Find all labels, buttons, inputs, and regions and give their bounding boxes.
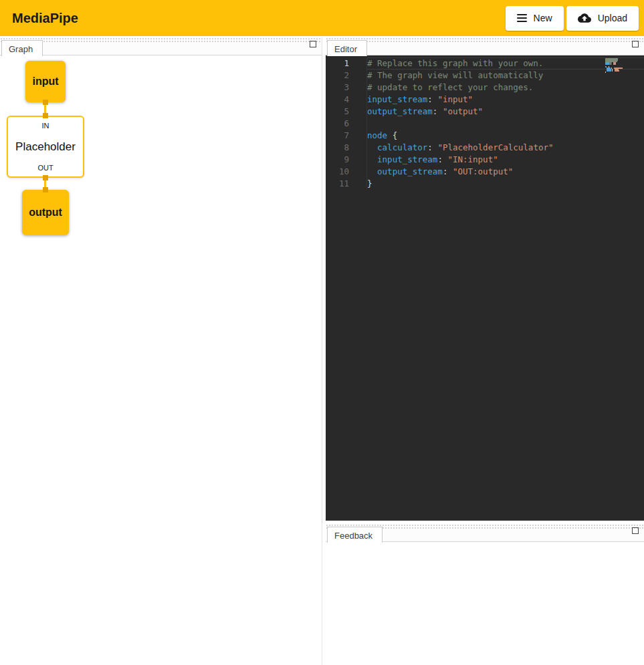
line-number: 10 [326, 166, 366, 178]
code-token-key: input_stream [367, 94, 427, 104]
graph-panel: Graph input IN Placeholder OUT output [0, 37, 322, 665]
app-title: MediaPipe [12, 11, 78, 26]
line-number: 9 [326, 154, 366, 166]
code-line[interactable]: 6 [326, 118, 644, 130]
line-content [366, 118, 644, 130]
code-line[interactable]: 5output_stream: "output" [326, 106, 644, 118]
code-line[interactable]: 2# The graph view will automatically [326, 70, 644, 82]
line-number: 3 [326, 82, 366, 94]
graph-panel-header[interactable]: Graph [0, 37, 322, 55]
tab-graph[interactable]: Graph [1, 40, 43, 56]
port-square-icon [43, 175, 48, 180]
line-number: 5 [326, 106, 366, 118]
line-content: output_stream: "output" [366, 106, 644, 118]
new-button[interactable]: New [506, 6, 564, 31]
port-square-icon [43, 100, 48, 105]
code-token-plain [447, 166, 453, 176]
line-number: 8 [326, 142, 366, 154]
code-token-key: node [367, 130, 387, 140]
menu-lines-icon [517, 14, 527, 22]
feedback-panel: Feedback [326, 524, 644, 665]
code-token-key: calculator [377, 142, 427, 152]
editor-panel: Editor 1# Replace this graph with your o… [326, 37, 644, 521]
code-token-punct: } [367, 178, 372, 188]
line-content: # update to reflect your changes. [366, 82, 644, 94]
input-node-label: input [32, 76, 58, 88]
out-port-label: OUT [37, 164, 53, 172]
code-token-plain [367, 166, 377, 176]
in-port-label: IN [42, 122, 49, 130]
graph-node-output[interactable]: output [22, 190, 69, 235]
code-token-comment: # The graph view will automatically [367, 70, 543, 80]
code-token-string: "output" [443, 106, 483, 116]
code-token-string: "input" [437, 94, 473, 104]
minimap-line [605, 72, 632, 73]
code-token-string: "IN:input" [447, 154, 498, 164]
code-token-punct: : [437, 154, 443, 164]
line-number: 11 [326, 178, 366, 190]
new-button-label: New [534, 13, 552, 23]
line-number: 2 [326, 70, 366, 82]
port-square-icon [43, 187, 48, 192]
editor-minimap[interactable] [605, 58, 632, 73]
code-lines: 1# Replace this graph with your own.2# T… [326, 57, 644, 190]
code-token-comment: # Replace this graph with your own. [367, 58, 543, 68]
placeholder-node-label: Placeholder [15, 140, 76, 154]
tab-feedback[interactable]: Feedback [327, 527, 383, 543]
code-line[interactable]: 10 output_stream: "OUT:output" [326, 166, 644, 178]
code-token-punct: : [427, 94, 433, 104]
line-content: node { [366, 130, 644, 142]
output-node-label: output [29, 207, 62, 219]
code-token-key: output_stream [367, 106, 433, 116]
code-line[interactable]: 3# update to reflect your changes. [326, 82, 644, 94]
line-number: 7 [326, 130, 366, 142]
code-token-plain [387, 130, 393, 140]
code-token-comment: # update to reflect your changes. [367, 82, 533, 92]
upload-button[interactable]: Upload [566, 6, 639, 31]
line-content: input_stream: "IN:input" [366, 154, 644, 166]
line-content: # Replace this graph with your own. [366, 57, 644, 70]
tab-editor-label: Editor [334, 44, 357, 54]
cloud-upload-icon [578, 11, 591, 25]
line-number: 6 [326, 118, 366, 130]
code-token-plain [367, 142, 377, 152]
line-content: # The graph view will automatically [366, 70, 644, 82]
code-line[interactable]: 4input_stream: "input" [326, 94, 644, 106]
code-token-key: input_stream [377, 154, 437, 164]
code-token-string: "PlaceholderCalculator" [437, 142, 553, 152]
line-content: output_stream: "OUT:output" [366, 166, 644, 178]
line-number: 1 [326, 57, 366, 70]
code-line[interactable]: 8 calculator: "PlaceholderCalculator" [326, 142, 644, 154]
code-line[interactable]: 11} [326, 178, 644, 190]
maximise-icon[interactable] [632, 41, 639, 47]
code-token-string: "OUT:output" [453, 166, 513, 176]
tab-editor[interactable]: Editor [327, 40, 367, 56]
code-token-punct: { [393, 130, 398, 140]
code-token-plain [367, 154, 377, 164]
feedback-content [326, 542, 644, 665]
feedback-panel-header[interactable]: Feedback [326, 524, 644, 542]
tab-graph-label: Graph [9, 44, 33, 54]
code-line[interactable]: 9 input_stream: "IN:input" [326, 154, 644, 166]
line-number: 4 [326, 94, 366, 106]
code-line[interactable]: 1# Replace this graph with your own. [326, 57, 644, 70]
code-token-key: output_stream [377, 166, 443, 176]
header-actions: New Upload [506, 6, 639, 31]
graph-canvas[interactable]: input IN Placeholder OUT output [0, 55, 322, 665]
upload-button-label: Upload [598, 13, 627, 23]
code-line[interactable]: 7node { [326, 130, 644, 142]
graph-node-input[interactable]: input [25, 61, 66, 102]
code-token-punct: : [427, 142, 433, 152]
code-editor[interactable]: 1# Replace this graph with your own.2# T… [326, 55, 644, 521]
line-content: calculator: "PlaceholderCalculator" [366, 142, 644, 154]
tab-feedback-label: Feedback [334, 531, 372, 541]
line-content: } [366, 178, 644, 190]
port-square-icon [43, 113, 48, 118]
code-token-plain [437, 106, 443, 116]
editor-panel-header[interactable]: Editor [326, 37, 644, 55]
app-header: MediaPipe New Upload [0, 0, 644, 36]
line-content: input_stream: "input" [366, 94, 644, 106]
maximise-icon[interactable] [632, 527, 639, 534]
maximise-icon[interactable] [310, 41, 316, 47]
graph-node-placeholder[interactable]: IN Placeholder OUT [7, 116, 84, 178]
